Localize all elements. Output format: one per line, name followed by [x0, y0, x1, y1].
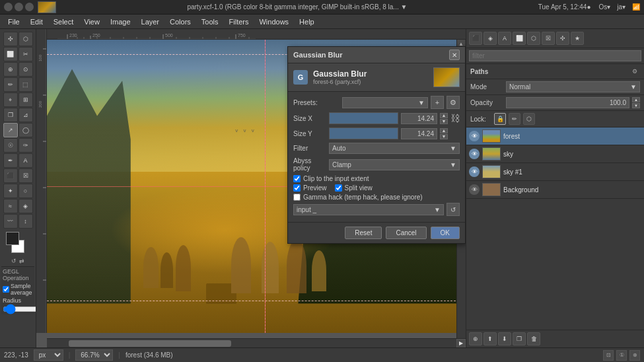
tool-bucket-fill[interactable]: ☒ [18, 168, 33, 183]
panel-tool-icon-2[interactable]: ◈ [483, 32, 497, 45]
size-y-down-arrow[interactable]: ▼ [440, 134, 448, 139]
zoom-fit-btn[interactable]: ⊡ [603, 350, 614, 361]
layer-item-background[interactable]: 👁 Background [466, 181, 644, 199]
panel-tool-icon-7[interactable]: ✣ [556, 32, 569, 45]
cancel-button[interactable]: Cancel [386, 227, 426, 239]
foreground-color-box[interactable] [6, 232, 19, 245]
tool-color-picker[interactable]: ☉ [3, 138, 18, 153]
menu-help[interactable]: Help [294, 17, 320, 27]
layer-item-sky[interactable]: 👁 sky [466, 145, 644, 163]
layers-list[interactable]: 👁 forest 👁 sky 👁 sky #1 [466, 127, 644, 330]
menu-edit[interactable]: Edit [25, 17, 48, 27]
tool-grid-sel[interactable]: ⊞ [18, 92, 33, 107]
presets-dropdown[interactable]: ▼ [342, 97, 428, 108]
tool-paintbrush[interactable]: ✑ [18, 138, 33, 153]
lower-layer-btn[interactable]: ⬇ [498, 332, 511, 345]
delete-layer-btn[interactable]: 🗑 [527, 332, 540, 345]
layer-visibility-sky1[interactable]: 👁 [469, 166, 480, 177]
unit-dropdown[interactable]: px mm in [34, 349, 63, 361]
menu-file[interactable]: File [3, 17, 25, 27]
abyss-dropdown[interactable]: Clamp ▼ [329, 159, 460, 170]
lock-alpha-btn[interactable]: ⬡ [523, 113, 535, 125]
opacity-input[interactable] [506, 97, 629, 108]
reset-button[interactable]: Reset [345, 227, 382, 239]
tool-path[interactable]: 〰 [3, 214, 18, 229]
color-selector[interactable] [6, 232, 30, 253]
filter-dropdown[interactable]: Auto ▼ [329, 143, 460, 154]
horizontal-scrollbar[interactable]: ▶ [47, 338, 466, 347]
minimize-icon[interactable] [4, 3, 13, 11]
tool-clone[interactable]: ❐ [3, 108, 18, 122]
tool-gradient[interactable]: ⬛ [3, 168, 18, 183]
maximize-icon[interactable] [15, 3, 23, 11]
add-preset-button[interactable]: + [431, 96, 444, 109]
sample-average-checkbox[interactable] [3, 286, 9, 293]
size-y-up-arrow[interactable]: ▲ [440, 128, 448, 133]
ok-button[interactable]: OK [431, 227, 460, 239]
panel-tool-icon-5[interactable]: ⬡ [527, 32, 540, 45]
layer-visibility-forest[interactable]: 👁 [469, 131, 480, 141]
panel-filter-input[interactable] [469, 50, 641, 61]
layers-panel-config-btn[interactable]: ⚙ [629, 66, 640, 77]
radius-slider[interactable] [3, 306, 36, 312]
tool-fuzzy-select[interactable]: ⬚ [18, 77, 33, 92]
mode-dropdown[interactable]: Normal ▼ [506, 81, 640, 92]
lock-position-btn[interactable]: ✏ [509, 113, 520, 125]
hscroll-track[interactable] [48, 340, 455, 347]
swap-colors-icon[interactable]: ⇄ [19, 258, 24, 264]
zoom-100-btn[interactable]: ① [616, 350, 627, 361]
opacity-up-arrow[interactable]: ▲ [632, 97, 640, 102]
menu-view[interactable]: View [79, 17, 105, 27]
window-controls[interactable] [4, 3, 34, 11]
lock-pixels-btn[interactable]: 🔒 [494, 113, 506, 125]
zoom-in-btn[interactable]: ⊕ [629, 350, 640, 361]
size-x-slider[interactable] [329, 112, 398, 124]
tool-crop[interactable]: ⊿ [18, 108, 33, 122]
opacity-down-arrow[interactable]: ▼ [632, 103, 640, 108]
close-icon[interactable] [25, 3, 34, 11]
menu-filters[interactable]: Filters [224, 17, 254, 27]
panel-tool-icon-4[interactable]: ⬜ [513, 32, 526, 45]
tool-rect-select[interactable]: ⬜ [3, 47, 18, 61]
new-layer-group-btn[interactable]: ⊕ [469, 332, 482, 345]
tool-transform[interactable]: ↗ [3, 123, 18, 137]
size-x-input[interactable] [401, 113, 437, 124]
clip-to-input-checkbox[interactable] [293, 175, 301, 182]
dialog-close-button[interactable]: ✕ [449, 50, 460, 60]
panel-tool-icon-1[interactable]: ⬛ [469, 32, 482, 45]
menu-layer[interactable]: Layer [136, 17, 165, 27]
tool-pencil[interactable]: ✏ [3, 77, 18, 92]
size-x-down-arrow[interactable]: ▼ [440, 119, 448, 124]
tool-measure[interactable]: ↕ [18, 214, 33, 229]
tool-align[interactable]: ⌖ [3, 92, 18, 107]
layer-item-forest[interactable]: 👁 forest [466, 127, 644, 145]
input-dropdown[interactable]: input _ ▼ [293, 204, 444, 215]
manage-presets-button[interactable]: ⚙ [447, 96, 460, 109]
panel-tool-icon-6[interactable]: ☒ [542, 32, 555, 45]
tool-smudge[interactable]: ≈ [3, 199, 18, 213]
chain-link-icon[interactable]: ⛓ [450, 113, 460, 124]
size-y-slider[interactable] [329, 127, 398, 139]
duplicate-layer-btn[interactable]: ❐ [513, 332, 526, 345]
tool-move[interactable]: ✣ [3, 32, 18, 46]
raise-layer-btn[interactable]: ⬆ [483, 332, 497, 345]
tool-ink[interactable]: ✒ [3, 153, 18, 168]
tool-text[interactable]: A [18, 153, 33, 168]
menu-windows[interactable]: Windows [254, 17, 294, 27]
menu-select[interactable]: Select [48, 17, 79, 27]
layer-visibility-background[interactable]: 👁 [469, 184, 480, 195]
refresh-button[interactable]: ↺ [447, 203, 460, 216]
menu-image[interactable]: Image [105, 17, 136, 27]
reset-colors-icon[interactable]: ↺ [11, 258, 17, 264]
tool-ellipse[interactable]: ◯ [18, 123, 33, 137]
tool-scissors[interactable]: ✂ [18, 47, 33, 61]
tool-magnify[interactable]: ⊙ [18, 62, 33, 77]
size-x-up-arrow[interactable]: ▲ [440, 113, 448, 118]
canvas-area[interactable]: 230 250 500 750 1000 [36, 29, 466, 347]
split-view-checkbox[interactable] [335, 184, 342, 192]
panel-tool-icon-8[interactable]: ★ [571, 32, 584, 45]
tool-free-select[interactable]: ⬡ [18, 32, 33, 46]
tool-zoom[interactable]: ⊕ [3, 62, 18, 77]
hscroll-right-btn[interactable]: ▶ [456, 339, 466, 348]
tool-heal[interactable]: ✦ [3, 184, 18, 198]
